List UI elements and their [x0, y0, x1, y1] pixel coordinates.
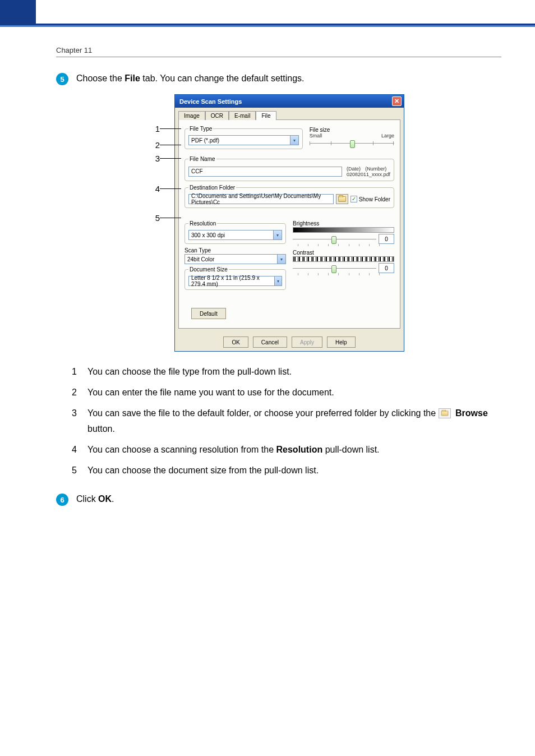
- dest-folder-input[interactable]: C:\Documents and Settings\User\My Docume…: [188, 194, 334, 204]
- callout-2: 2: [153, 140, 160, 150]
- chevron-down-icon: ▾: [277, 255, 285, 264]
- brightness-slider[interactable]: [293, 236, 376, 243]
- folder-icon: [439, 408, 451, 418]
- tab-email[interactable]: E-mail: [229, 111, 256, 120]
- chevron-down-icon: ▾: [274, 276, 282, 285]
- tab-image[interactable]: Image: [178, 111, 205, 120]
- list-item: 3 You can save the file to the default f…: [72, 405, 501, 436]
- file-name-input[interactable]: CCF: [188, 167, 342, 177]
- doc-size-select[interactable]: Letter 8 1/2 x 11 in (215.9 x 279.4 mm)▾: [188, 276, 282, 286]
- tab-file[interactable]: File: [256, 111, 276, 120]
- list-item: 2 You can enter the file name you want t…: [72, 385, 501, 400]
- contrast-value[interactable]: 0: [379, 263, 394, 273]
- close-icon[interactable]: ✕: [392, 96, 402, 106]
- cancel-button[interactable]: Cancel: [253, 336, 287, 348]
- ok-button[interactable]: OK: [223, 336, 248, 348]
- dest-folder-label: Destination Folder: [188, 185, 236, 191]
- scan-type-select[interactable]: 24bit Color▾: [185, 254, 286, 264]
- chapter-rule: [56, 57, 501, 57]
- callout-5: 5: [153, 213, 160, 223]
- contrast-gradient: [293, 256, 394, 262]
- chevron-down-icon: ▾: [290, 136, 298, 145]
- contrast-label: Contrast: [293, 250, 394, 256]
- step-6-text: Click OK.: [76, 492, 501, 506]
- apply-button[interactable]: Apply: [292, 336, 322, 348]
- check-icon: ✓: [350, 196, 357, 202]
- list-item: 1 You can choose the file type from the …: [72, 364, 501, 379]
- chapter-label: Chapter 11: [56, 46, 501, 54]
- device-scan-settings-dialog: Device Scan Settings ✕ Image OCR E-mail …: [174, 94, 404, 352]
- file-type-label: File Type: [188, 126, 213, 132]
- file-size-large: Large: [381, 133, 394, 139]
- file-size-label: File size: [310, 127, 330, 133]
- step-badge-5: 5: [56, 73, 68, 85]
- resolution-select[interactable]: 300 x 300 dpi▾: [188, 230, 282, 240]
- folder-icon: [338, 196, 346, 202]
- brightness-gradient: [293, 227, 394, 233]
- dialog-titlebar[interactable]: Device Scan Settings ✕: [175, 95, 404, 108]
- number-label: (Number): [365, 166, 386, 172]
- step-badge-6: 6: [56, 494, 68, 506]
- brightness-value[interactable]: 0: [379, 234, 394, 244]
- file-type-select[interactable]: PDF (*.pdf)▾: [188, 135, 299, 145]
- file-size-small: Small: [310, 133, 322, 139]
- browse-button[interactable]: [336, 194, 348, 204]
- step-5-text: Choose the File tab. You can change the …: [76, 72, 501, 85]
- default-button[interactable]: Default: [191, 308, 226, 319]
- callout-3: 3: [153, 154, 160, 163]
- brightness-label: Brightness: [293, 220, 394, 227]
- file-name-label: File Name: [188, 156, 216, 162]
- tab-ocr[interactable]: OCR: [205, 111, 229, 120]
- filename-suffix: 02082011_xxxx.pdf: [347, 172, 390, 177]
- date-label: (Date): [347, 166, 361, 172]
- show-folder-checkbox[interactable]: ✓ Show Folder: [350, 196, 390, 202]
- list-item: 4 You can choose a scanning resolution f…: [72, 442, 501, 457]
- callout-4: 4: [153, 184, 160, 193]
- list-item: 5 You can choose the document size from …: [72, 463, 501, 478]
- contrast-slider[interactable]: [293, 265, 376, 273]
- scan-type-label: Scan Type: [185, 247, 286, 253]
- file-size-slider[interactable]: [310, 140, 394, 147]
- doc-size-label: Document Size: [188, 266, 229, 273]
- callout-1: 1: [153, 124, 160, 133]
- chevron-down-icon: ▾: [273, 231, 282, 239]
- help-button[interactable]: Help: [327, 336, 356, 348]
- dialog-title: Device Scan Settings: [177, 98, 242, 105]
- resolution-label: Resolution: [188, 220, 217, 227]
